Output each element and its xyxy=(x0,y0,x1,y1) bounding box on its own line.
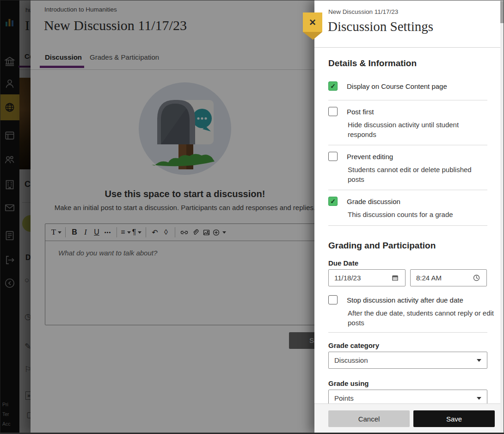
chevron-down-icon xyxy=(477,397,481,400)
settings-footer: Cancel Save xyxy=(314,403,504,434)
checkbox-post-first[interactable] xyxy=(328,107,338,116)
row-divider xyxy=(328,332,487,333)
option-grade-discussion: ✓ Grade discussion This discussion count… xyxy=(328,197,489,219)
grade-category-label: Grade category xyxy=(328,341,379,349)
settings-context-label: New Discussion 11/17/23 xyxy=(328,8,398,15)
option-post-first: Post first Hide discussion activity unti… xyxy=(328,107,489,139)
due-time-value: 8:24 AM xyxy=(416,274,442,282)
row-divider xyxy=(328,190,487,190)
settings-title: Discussion Settings xyxy=(328,19,433,34)
option-description: After the due date, students cannot repl… xyxy=(348,308,495,328)
option-label: Grade discussion xyxy=(347,198,400,205)
clock-icon[interactable] xyxy=(472,273,481,282)
chevron-down-icon xyxy=(477,359,481,362)
row-divider xyxy=(328,145,487,145)
due-time-input[interactable]: 8:24 AM xyxy=(410,269,487,286)
checkbox-stop-after-due[interactable] xyxy=(328,295,338,304)
option-label: Display on Course Content page xyxy=(347,82,447,90)
grade-category-select[interactable]: Discussion xyxy=(328,352,487,369)
cancel-button[interactable]: Cancel xyxy=(328,410,410,427)
option-label: Prevent editing xyxy=(347,153,393,161)
option-label: Stop discussion activity after due date xyxy=(347,296,463,304)
checkbox-display-on-content[interactable]: ✓ xyxy=(328,81,338,91)
grade-using-value: Points xyxy=(334,394,354,402)
discussion-settings-panel: ✕ New Discussion 11/17/23 Discussion Set… xyxy=(314,0,504,434)
save-button[interactable]: Save xyxy=(413,410,495,427)
header-divider xyxy=(314,47,504,48)
option-prevent-editing: Prevent editing Students cannot edit or … xyxy=(328,152,489,184)
checkbox-prevent-editing[interactable] xyxy=(328,152,338,161)
option-stop-after-due: Stop discussion activity after due date … xyxy=(328,295,489,328)
scrollbar-thumb[interactable] xyxy=(500,1,504,23)
checkbox-grade-discussion[interactable]: ✓ xyxy=(328,197,338,206)
calendar-icon[interactable] xyxy=(391,273,400,282)
option-label: Post first xyxy=(347,108,374,116)
option-description: This discussion counts for a grade xyxy=(348,210,486,219)
row-divider xyxy=(328,225,487,226)
option-display-on-content: ✓ Display on Course Content page xyxy=(328,81,489,91)
details-section-heading: Details & Information xyxy=(328,58,417,68)
row-divider xyxy=(328,100,487,100)
due-date-input[interactable]: 11/18/23 xyxy=(328,269,406,286)
due-date-value: 11/18/23 xyxy=(334,274,361,282)
close-button[interactable]: ✕ xyxy=(303,12,322,32)
grading-section-heading: Grading and Participation xyxy=(328,241,436,251)
option-description: Hide discussion activity until student r… xyxy=(348,120,486,139)
option-description: Students cannot edit or delete published… xyxy=(348,165,486,184)
close-icon: ✕ xyxy=(309,17,316,28)
due-date-label: Due Date xyxy=(328,259,358,267)
app-window: Pri Ter Acc hu I Co C D ○ ◷ ✎ ⚐ » ▢ Intr… xyxy=(0,0,504,434)
grade-using-label: Grade using xyxy=(328,379,369,387)
scrollbar-track[interactable] xyxy=(500,0,504,434)
grade-category-value: Discussion xyxy=(334,356,368,364)
checkmark-icon: ✓ xyxy=(330,198,336,205)
checkmark-icon: ✓ xyxy=(330,82,336,90)
